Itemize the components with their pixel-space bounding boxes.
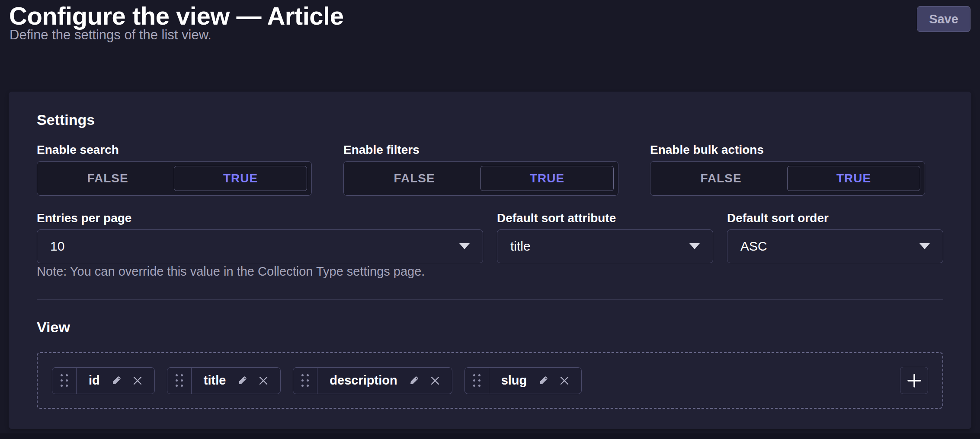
default-sort-attribute-select[interactable]: title [497, 229, 713, 263]
edit-field-button[interactable] [409, 375, 419, 386]
enable-bulk-actions-field: Enable bulk actions FALSE TRUE [650, 143, 925, 196]
settings-card: Settings Enable search FALSE TRUE Enable… [9, 92, 971, 429]
pencil-icon [409, 375, 419, 386]
field-chip: description [293, 367, 452, 394]
pencil-icon [111, 375, 122, 386]
default-sort-attribute-value: title [510, 239, 531, 254]
enable-filters-field: Enable filters FALSE TRUE [343, 143, 618, 196]
toggle-option-true[interactable]: TRUE [480, 166, 614, 191]
remove-field-button[interactable] [430, 376, 440, 385]
drag-handle-icon [473, 374, 480, 387]
drag-handle-icon [301, 374, 309, 387]
close-icon [430, 376, 440, 385]
drag-handle[interactable] [167, 368, 192, 394]
section-divider [37, 299, 943, 300]
enable-filters-toggle: FALSE TRUE [343, 161, 618, 196]
chevron-down-icon [689, 243, 700, 249]
toggle-option-false[interactable]: FALSE [42, 166, 174, 191]
field-name: slug [501, 373, 527, 388]
enable-search-label: Enable search [37, 143, 312, 156]
default-sort-order-select[interactable]: ASC [727, 229, 943, 263]
drag-handle-icon [176, 374, 183, 387]
field-name: id [89, 373, 100, 388]
view-heading: View [37, 319, 70, 336]
default-sort-order-field: Default sort order ASC [727, 212, 943, 263]
toggle-option-false[interactable]: FALSE [348, 166, 480, 191]
add-field-button[interactable] [900, 367, 928, 394]
chevron-down-icon [919, 243, 930, 249]
enable-bulk-actions-label: Enable bulk actions [650, 143, 925, 156]
close-icon [259, 376, 268, 385]
drag-handle[interactable] [52, 368, 77, 394]
edit-field-button[interactable] [237, 375, 247, 386]
view-fields-dropzone: id title [37, 352, 943, 409]
field-chip: slug [464, 367, 582, 394]
enable-bulk-actions-toggle: FALSE TRUE [650, 161, 925, 196]
entries-per-page-note: Note: You can override this value in the… [37, 264, 425, 279]
edit-field-button[interactable] [111, 375, 122, 386]
field-chip: title [167, 367, 281, 394]
drag-handle-icon [61, 374, 68, 387]
page-subtitle: Define the settings of the list view. [10, 27, 211, 43]
edit-field-button[interactable] [538, 375, 548, 386]
drag-handle[interactable] [293, 368, 317, 394]
default-sort-order-label: Default sort order [727, 212, 943, 225]
save-button[interactable]: Save [917, 6, 970, 32]
enable-filters-label: Enable filters [343, 143, 618, 156]
enable-search-field: Enable search FALSE TRUE [37, 143, 312, 196]
window-bottom-edge [0, 433, 980, 439]
entries-per-page-field: Entries per page 10 [37, 212, 483, 263]
toggle-option-false[interactable]: FALSE [655, 166, 787, 191]
remove-field-button[interactable] [133, 376, 142, 385]
pencil-icon [538, 375, 548, 386]
chevron-down-icon [459, 243, 470, 249]
configure-view-page: Configure the view — Article Define the … [0, 0, 980, 439]
field-name: description [330, 373, 397, 388]
field-name: title [204, 373, 226, 388]
page-title: Configure the view — Article [9, 3, 343, 29]
toggle-option-true[interactable]: TRUE [787, 166, 920, 191]
close-icon [560, 376, 569, 385]
drag-handle[interactable] [465, 368, 489, 394]
default-sort-attribute-label: Default sort attribute [497, 212, 713, 225]
default-sort-order-value: ASC [740, 239, 767, 254]
pencil-icon [237, 375, 247, 386]
enable-search-toggle: FALSE TRUE [37, 161, 312, 196]
default-sort-attribute-field: Default sort attribute title [497, 212, 713, 263]
entries-per-page-select[interactable]: 10 [37, 229, 483, 263]
remove-field-button[interactable] [560, 376, 569, 385]
close-icon [133, 376, 142, 385]
settings-heading: Settings [37, 111, 95, 128]
plus-icon [906, 373, 922, 388]
remove-field-button[interactable] [259, 376, 268, 385]
toggle-option-true[interactable]: TRUE [174, 166, 307, 191]
field-chip: id [52, 367, 155, 394]
entries-per-page-value: 10 [50, 239, 64, 254]
entries-per-page-label: Entries per page [37, 212, 483, 225]
